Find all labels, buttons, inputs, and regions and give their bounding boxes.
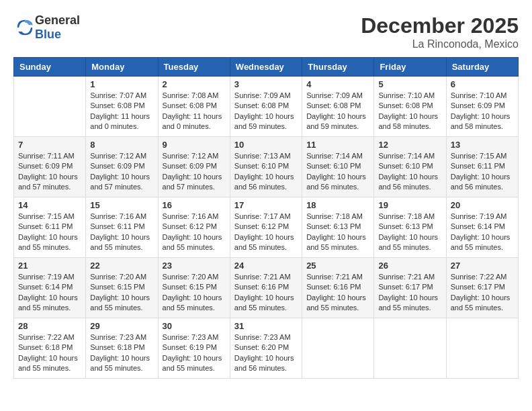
column-header-friday: Friday [374,58,446,77]
day-info: Sunrise: 7:10 AM Sunset: 6:09 PM Dayligh… [451,91,514,132]
day-number: 7 [18,140,81,150]
column-header-thursday: Thursday [302,58,374,77]
location-title: La Rinconoda, Mexico [361,38,519,50]
day-number: 1 [90,79,153,89]
day-info: Sunrise: 7:21 AM Sunset: 6:16 PM Dayligh… [306,272,369,314]
day-number: 21 [18,261,81,271]
calendar-day: 24 Sunrise: 7:21 AM Sunset: 6:16 PM Dayl… [230,258,302,318]
day-number: 10 [234,140,298,150]
calendar-day: 29 Sunrise: 7:23 AM Sunset: 6:18 PM Dayl… [86,318,158,379]
column-header-tuesday: Tuesday [158,58,230,77]
day-info: Sunrise: 7:20 AM Sunset: 6:15 PM Dayligh… [90,272,153,314]
calendar-week-2: 7 Sunrise: 7:11 AM Sunset: 6:09 PM Dayli… [14,137,519,197]
day-number: 25 [306,261,369,271]
calendar-day: 5 Sunrise: 7:10 AM Sunset: 6:08 PM Dayli… [374,77,446,137]
calendar-day [14,77,86,137]
day-number: 5 [378,79,441,89]
calendar-day: 2 Sunrise: 7:08 AM Sunset: 6:08 PM Dayli… [158,77,230,137]
calendar-day: 25 Sunrise: 7:21 AM Sunset: 6:16 PM Dayl… [302,258,374,318]
day-number: 14 [18,200,81,210]
calendar-day: 22 Sunrise: 7:20 AM Sunset: 6:15 PM Dayl… [86,258,158,318]
day-number: 29 [90,321,153,331]
day-info: Sunrise: 7:14 AM Sunset: 6:10 PM Dayligh… [306,151,369,193]
title-area: December 2025 La Rinconoda, Mexico [361,13,519,50]
calendar-day: 12 Sunrise: 7:14 AM Sunset: 6:10 PM Dayl… [374,137,446,197]
calendar-day: 27 Sunrise: 7:22 AM Sunset: 6:17 PM Dayl… [446,258,518,318]
day-info: Sunrise: 7:23 AM Sunset: 6:18 PM Dayligh… [90,332,153,374]
day-info: Sunrise: 7:11 AM Sunset: 6:09 PM Dayligh… [18,151,81,193]
calendar-day: 6 Sunrise: 7:10 AM Sunset: 6:09 PM Dayli… [446,77,518,137]
days-header-row: SundayMondayTuesdayWednesdayThursdayFrid… [14,58,519,77]
day-info: Sunrise: 7:22 AM Sunset: 6:18 PM Dayligh… [18,332,81,374]
day-number: 23 [163,261,226,271]
calendar-day: 8 Sunrise: 7:12 AM Sunset: 6:09 PM Dayli… [86,137,158,197]
day-info: Sunrise: 7:19 AM Sunset: 6:14 PM Dayligh… [451,212,514,253]
day-info: Sunrise: 7:07 AM Sunset: 6:08 PM Dayligh… [90,91,153,132]
page-header: General Blue December 2025 La Rinconoda,… [13,13,519,50]
day-number: 3 [234,79,298,89]
day-number: 4 [306,79,369,89]
day-number: 26 [378,261,441,271]
day-number: 28 [18,321,81,331]
day-number: 12 [378,140,441,150]
day-info: Sunrise: 7:16 AM Sunset: 6:12 PM Dayligh… [163,212,226,253]
day-number: 13 [451,140,514,150]
day-number: 8 [90,140,153,150]
calendar-day: 10 Sunrise: 7:13 AM Sunset: 6:10 PM Dayl… [230,137,302,197]
calendar-day: 23 Sunrise: 7:20 AM Sunset: 6:15 PM Dayl… [158,258,230,318]
calendar-day [446,318,518,379]
column-header-sunday: Sunday [14,58,86,77]
column-header-saturday: Saturday [446,58,518,77]
day-info: Sunrise: 7:09 AM Sunset: 6:08 PM Dayligh… [234,91,298,132]
calendar-day [374,318,446,379]
calendar-day: 21 Sunrise: 7:19 AM Sunset: 6:14 PM Dayl… [14,258,86,318]
day-info: Sunrise: 7:19 AM Sunset: 6:14 PM Dayligh… [18,272,81,314]
calendar-day: 18 Sunrise: 7:18 AM Sunset: 6:13 PM Dayl… [302,197,374,258]
calendar-table: SundayMondayTuesdayWednesdayThursdayFrid… [13,57,519,379]
calendar-day: 16 Sunrise: 7:16 AM Sunset: 6:12 PM Dayl… [158,197,230,258]
calendar-day: 1 Sunrise: 7:07 AM Sunset: 6:08 PM Dayli… [86,77,158,137]
day-number: 2 [163,79,226,89]
day-number: 22 [90,261,153,271]
calendar-day: 3 Sunrise: 7:09 AM Sunset: 6:08 PM Dayli… [230,77,302,137]
calendar-day: 17 Sunrise: 7:17 AM Sunset: 6:12 PM Dayl… [230,197,302,258]
calendar-day: 14 Sunrise: 7:15 AM Sunset: 6:11 PM Dayl… [14,197,86,258]
calendar-day: 19 Sunrise: 7:18 AM Sunset: 6:13 PM Dayl… [374,197,446,258]
day-info: Sunrise: 7:23 AM Sunset: 6:19 PM Dayligh… [163,332,226,374]
day-info: Sunrise: 7:22 AM Sunset: 6:17 PM Dayligh… [451,272,514,314]
day-info: Sunrise: 7:12 AM Sunset: 6:09 PM Dayligh… [163,151,226,193]
day-info: Sunrise: 7:17 AM Sunset: 6:12 PM Dayligh… [234,212,298,253]
calendar-week-1: 1 Sunrise: 7:07 AM Sunset: 6:08 PM Dayli… [14,77,519,137]
day-number: 31 [234,321,298,331]
day-info: Sunrise: 7:12 AM Sunset: 6:09 PM Dayligh… [90,151,153,193]
day-number: 16 [163,200,226,210]
calendar-day: 31 Sunrise: 7:23 AM Sunset: 6:20 PM Dayl… [230,318,302,379]
logo-text: General Blue [35,13,80,42]
calendar-day: 15 Sunrise: 7:16 AM Sunset: 6:11 PM Dayl… [86,197,158,258]
month-title: December 2025 [361,13,519,38]
logo: General Blue [13,13,80,42]
day-info: Sunrise: 7:21 AM Sunset: 6:16 PM Dayligh… [234,272,298,314]
calendar-day [302,318,374,379]
day-number: 30 [163,321,226,331]
day-info: Sunrise: 7:21 AM Sunset: 6:17 PM Dayligh… [378,272,441,314]
day-number: 9 [163,140,226,150]
calendar-day: 13 Sunrise: 7:15 AM Sunset: 6:11 PM Dayl… [446,137,518,197]
column-header-wednesday: Wednesday [230,58,302,77]
day-info: Sunrise: 7:18 AM Sunset: 6:13 PM Dayligh… [306,212,369,253]
calendar-day: 28 Sunrise: 7:22 AM Sunset: 6:18 PM Dayl… [14,318,86,379]
calendar-day: 30 Sunrise: 7:23 AM Sunset: 6:19 PM Dayl… [158,318,230,379]
calendar-day: 9 Sunrise: 7:12 AM Sunset: 6:09 PM Dayli… [158,137,230,197]
day-info: Sunrise: 7:08 AM Sunset: 6:08 PM Dayligh… [163,91,226,132]
day-info: Sunrise: 7:10 AM Sunset: 6:08 PM Dayligh… [378,91,441,132]
calendar-week-5: 28 Sunrise: 7:22 AM Sunset: 6:18 PM Dayl… [14,318,519,379]
calendar-week-4: 21 Sunrise: 7:19 AM Sunset: 6:14 PM Dayl… [14,258,519,318]
calendar-day: 4 Sunrise: 7:09 AM Sunset: 6:08 PM Dayli… [302,77,374,137]
calendar-week-3: 14 Sunrise: 7:15 AM Sunset: 6:11 PM Dayl… [14,197,519,258]
day-number: 18 [306,200,369,210]
day-number: 15 [90,200,153,210]
day-info: Sunrise: 7:20 AM Sunset: 6:15 PM Dayligh… [163,272,226,314]
logo-icon [15,17,35,38]
day-info: Sunrise: 7:23 AM Sunset: 6:20 PM Dayligh… [234,332,298,374]
column-header-monday: Monday [86,58,158,77]
